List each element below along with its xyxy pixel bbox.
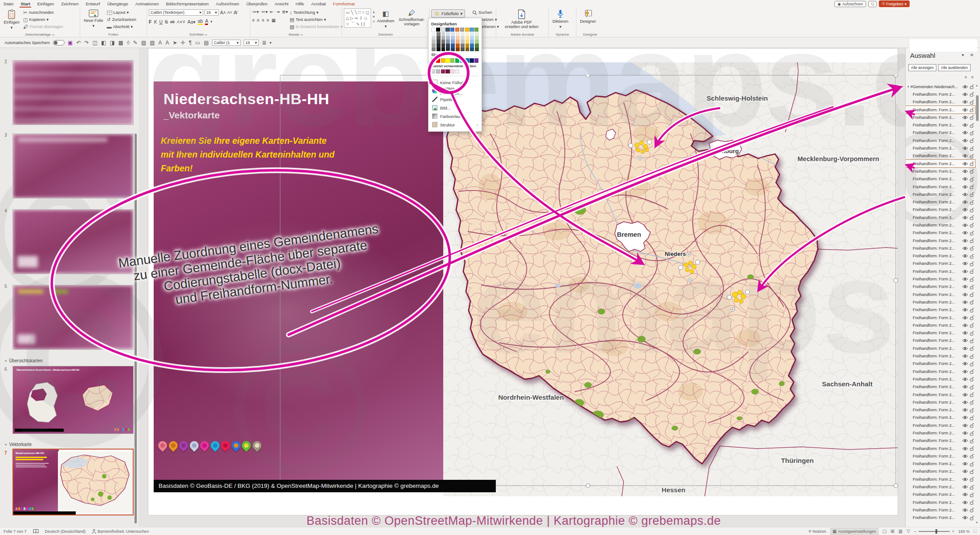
eye-icon[interactable] — [962, 146, 968, 150]
reorder-up-button[interactable]: ∧ — [964, 75, 968, 79]
char-spacing-button[interactable]: A∨V — [177, 20, 185, 24]
eye-icon[interactable] — [962, 239, 968, 243]
lock-icon[interactable] — [969, 246, 974, 251]
selection-item-row[interactable]: Freihandform: Form 2... — [906, 244, 975, 252]
lock-icon[interactable] — [969, 100, 974, 105]
color-swatch[interactable] — [441, 40, 446, 44]
outdent-button[interactable]: ⇤ — [270, 9, 274, 14]
lock-icon[interactable] — [969, 338, 974, 343]
lock-icon[interactable] — [969, 231, 974, 235]
selection-item-row[interactable]: Freihandform: Form 2... — [906, 475, 975, 483]
color-swatch[interactable] — [474, 44, 479, 48]
lock-icon[interactable] — [969, 154, 974, 158]
fit-to-window-button[interactable]: ⛶ — [974, 529, 976, 534]
dictate-button[interactable]: Diktieren▾ — [551, 8, 570, 30]
text-direction-button[interactable]: ↕Textrichtung▾ — [290, 9, 342, 16]
color-swatch[interactable] — [460, 48, 465, 52]
color-swatch[interactable] — [431, 36, 436, 40]
eye-icon[interactable] — [962, 469, 968, 474]
shape-fill-icon[interactable]: ◊ — [127, 40, 130, 46]
font-name-combo[interactable]: Calibri (Textkörper)▾ — [149, 9, 203, 16]
lock-icon[interactable] — [969, 423, 974, 428]
menu-tab[interactable]: Datei — [0, 0, 17, 8]
lock-icon[interactable] — [969, 408, 974, 413]
zoom-slider-knob[interactable] — [935, 529, 937, 534]
lock-icon[interactable] — [969, 462, 974, 466]
lock-icon[interactable] — [969, 300, 974, 304]
color-swatch[interactable] — [460, 32, 465, 36]
color-swatch[interactable] — [445, 28, 449, 32]
color-swatch[interactable] — [450, 32, 455, 36]
selection-item-row[interactable]: Freihandform: Form 2... — [906, 129, 975, 137]
zoom-slider[interactable]: – + — [914, 529, 954, 534]
selection-group-row[interactable]: ▾ #Gemeinden Niedersach... — [906, 83, 975, 90]
layout-button[interactable]: Layout▾ — [107, 9, 136, 16]
color-swatch[interactable] — [470, 48, 474, 52]
selection-item-row[interactable]: Freihandform: Form 2... — [906, 422, 975, 429]
selection-item-row[interactable]: Freihandform: Form 2... — [906, 499, 975, 506]
color-swatch[interactable] — [441, 69, 445, 73]
font-color-button[interactable]: A — [205, 18, 208, 25]
selection-item-row[interactable]: Freihandform: Form 2... — [906, 452, 975, 460]
eye-icon[interactable] — [962, 154, 968, 158]
color-swatch[interactable] — [455, 48, 460, 52]
section-header-vektorkarte[interactable]: ▸Vektorkarte — [5, 442, 32, 447]
selection-item-row[interactable]: Freihandform: Form 2... — [906, 206, 975, 214]
paste-button[interactable]: Einfügen▾ — [2, 8, 21, 31]
save-icon[interactable]: ▣ — [68, 40, 73, 46]
lock-icon[interactable] — [969, 500, 974, 505]
lock-icon[interactable] — [969, 469, 974, 474]
selection-item-row[interactable]: Freihandform: Form 2... — [906, 321, 975, 329]
menu-tab[interactable]: Übergänge — [104, 0, 132, 8]
display-settings-button[interactable]: ▦Anzeigeeinstellungen — [830, 528, 878, 535]
niedersachsen-map[interactable]: Schleswig-Holstein Hamburg Mecklenburg-V… — [443, 62, 898, 496]
designer-button[interactable]: Designer — [578, 8, 598, 24]
color-swatch[interactable] — [455, 36, 460, 40]
lock-icon[interactable] — [969, 415, 974, 420]
color-swatch[interactable] — [470, 32, 474, 36]
lock-icon[interactable] — [969, 207, 974, 212]
shape-gallery-scroll[interactable]: ▴▾≡ — [373, 8, 375, 24]
lock-icon[interactable] — [969, 361, 974, 366]
eye-icon[interactable] — [962, 492, 968, 497]
lock-icon[interactable] — [969, 223, 974, 227]
color-swatch[interactable] — [460, 36, 465, 40]
eye-icon[interactable] — [962, 369, 968, 374]
reset-button[interactable]: ↺Zurücksetzen — [107, 16, 136, 23]
selection-item-row[interactable]: Freihandform: Form 2... — [906, 514, 975, 522]
eye-icon[interactable] — [962, 346, 968, 351]
selection-item-row[interactable]: Freihandform: Form 2... — [906, 252, 975, 260]
eye-icon[interactable] — [962, 192, 968, 197]
color-swatch[interactable] — [465, 58, 469, 62]
color-swatch[interactable] — [465, 48, 470, 52]
eye-icon[interactable] — [962, 323, 968, 328]
lock-icon[interactable] — [969, 138, 974, 143]
menu-item-texture[interactable]: Struktur› — [431, 121, 479, 129]
eye-icon[interactable] — [962, 500, 968, 505]
eye-icon[interactable] — [962, 377, 968, 381]
align-left-button[interactable]: ≡ — [252, 18, 255, 23]
selection-item-row[interactable]: Freihandform: Form 2... — [906, 237, 975, 244]
eye-icon[interactable] — [962, 300, 968, 304]
hide-all-button[interactable]: Alle ausblenden — [938, 64, 971, 71]
selection-item-row[interactable]: Freihandform: Form 2... — [906, 291, 975, 298]
selection-item-row[interactable]: Freihandform: Form 2... — [906, 152, 975, 160]
lock-icon[interactable] — [969, 254, 974, 259]
selection-item-row[interactable]: Freihandform: Form 2... — [906, 175, 975, 183]
selection-item-row[interactable]: Freihandform: Form 2... — [906, 144, 975, 152]
lock-icon[interactable] — [969, 123, 974, 128]
show-all-button[interactable]: Alle anzeigen — [908, 64, 936, 71]
color-swatch[interactable] — [474, 36, 479, 40]
font-size-combo[interactable]: 18▾ — [204, 9, 219, 16]
thumbnail-slide-2[interactable] — [12, 60, 134, 125]
selection-item-row[interactable]: Freihandform: Form 2... — [906, 306, 975, 314]
bullets-button[interactable]: ≔▾ — [252, 9, 259, 14]
eye-icon[interactable] — [962, 138, 968, 143]
columns-button[interactable]: ▦ — [271, 18, 275, 23]
copy-button[interactable]: ◫Kopieren▾ — [23, 16, 63, 23]
selection-item-row[interactable]: Freihandform: Form 2... — [906, 329, 975, 337]
selection-pane-scrollbar[interactable]: ▴ ▾ — [976, 84, 979, 524]
selection-item-row[interactable]: Freihandform: Form 2... — [906, 167, 975, 175]
selection-item-row[interactable]: Freihandform: Form 2... — [906, 391, 975, 398]
eye-icon[interactable] — [962, 446, 968, 451]
